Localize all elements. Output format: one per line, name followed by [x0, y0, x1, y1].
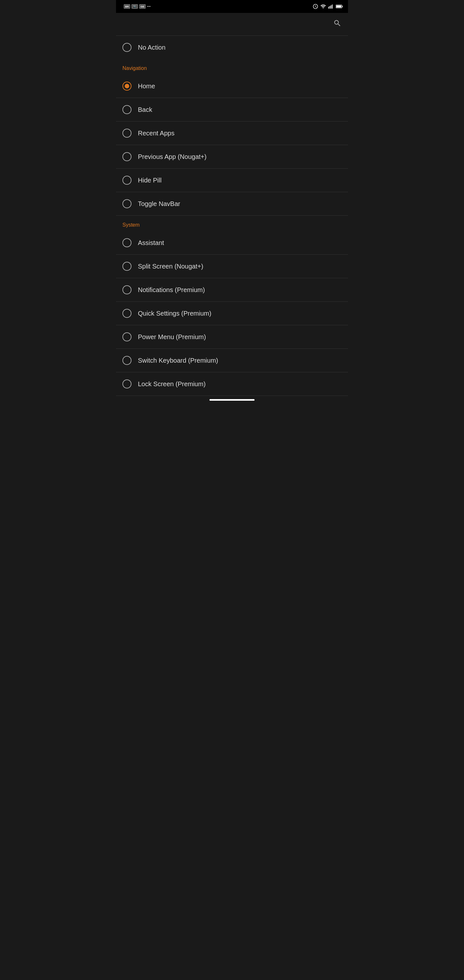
- radio-label-back: Back: [138, 106, 152, 113]
- radio-item-notifications[interactable]: Notifications (Premium): [116, 278, 348, 301]
- battery-icon: [336, 4, 343, 9]
- radio-circle-previous-app: [122, 152, 132, 161]
- radio-item-back[interactable]: Back: [116, 98, 348, 121]
- radio-item-assistant[interactable]: Assistant: [116, 231, 348, 255]
- radio-circle-home: [122, 81, 132, 91]
- radio-label-notifications: Notifications (Premium): [138, 286, 205, 294]
- radio-circle-hide-pill: [122, 176, 132, 185]
- notification-icons: BR 📷 GE ···: [124, 4, 151, 9]
- radio-circle-no-action: [122, 43, 132, 52]
- radio-circle-split-screen: [122, 262, 132, 271]
- radio-label-home: Home: [138, 83, 155, 90]
- radio-circle-notifications: [122, 285, 132, 294]
- radio-label-previous-app: Previous App (Nougat+): [138, 153, 207, 161]
- radio-item-toggle-navbar[interactable]: Toggle NavBar: [116, 192, 348, 215]
- svg-rect-3: [332, 5, 332, 9]
- svg-rect-6: [342, 6, 343, 7]
- wifi-icon: [320, 3, 326, 10]
- signal-icon: [328, 3, 334, 10]
- radio-item-quick-settings[interactable]: Quick Settings (Premium): [116, 302, 348, 325]
- radio-circle-lock-screen: [122, 379, 132, 388]
- radio-item-lock-screen[interactable]: Lock Screen (Premium): [116, 372, 348, 396]
- section-header-navigation: Navigation: [116, 59, 348, 75]
- radio-item-home[interactable]: Home: [116, 75, 348, 98]
- radio-item-hide-pill[interactable]: Hide Pill: [116, 169, 348, 192]
- radio-item-previous-app[interactable]: Previous App (Nougat+): [116, 145, 348, 168]
- radio-item-no-action[interactable]: No Action: [116, 36, 348, 59]
- radio-circle-recent-apps: [122, 129, 132, 138]
- radio-label-assistant: Assistant: [138, 239, 164, 247]
- radio-label-quick-settings: Quick Settings (Premium): [138, 310, 211, 317]
- radio-item-power-menu[interactable]: Power Menu (Premium): [116, 325, 348, 348]
- radio-label-power-menu: Power Menu (Premium): [138, 333, 206, 341]
- radio-circle-switch-keyboard: [122, 356, 132, 365]
- status-bar-left: BR 📷 GE ···: [121, 4, 151, 9]
- radio-circle-power-menu: [122, 332, 132, 341]
- more-icon: ···: [147, 4, 151, 9]
- home-bar: [210, 399, 254, 401]
- section-header-system: System: [116, 216, 348, 231]
- svg-rect-2: [331, 5, 331, 9]
- radio-circle-quick-settings: [122, 309, 132, 318]
- br-icon: BR: [124, 4, 130, 9]
- content-area: No ActionNavigationHomeBackRecent AppsPr…: [116, 35, 348, 396]
- toolbar: [116, 13, 348, 35]
- search-icon: [333, 19, 342, 27]
- radio-circle-back: [122, 105, 132, 114]
- radio-label-recent-apps: Recent Apps: [138, 130, 174, 137]
- alarm-icon: [313, 3, 318, 10]
- status-bar: BR 📷 GE ···: [116, 0, 348, 13]
- img-icon: 📷: [132, 4, 138, 9]
- radio-item-recent-apps[interactable]: Recent Apps: [116, 121, 348, 145]
- radio-label-switch-keyboard: Switch Keyboard (Premium): [138, 357, 218, 364]
- radio-label-toggle-navbar: Toggle NavBar: [138, 200, 180, 208]
- search-button[interactable]: [333, 19, 342, 30]
- radio-circle-toggle-navbar: [122, 199, 132, 208]
- svg-rect-1: [330, 6, 330, 9]
- radio-label-lock-screen: Lock Screen (Premium): [138, 380, 206, 388]
- status-bar-right: [313, 3, 343, 10]
- radio-item-split-screen[interactable]: Split Screen (Nougat+): [116, 255, 348, 278]
- radio-label-no-action: No Action: [138, 44, 165, 51]
- radio-circle-assistant: [122, 238, 132, 247]
- ge-icon: GE: [139, 4, 146, 9]
- radio-label-hide-pill: Hide Pill: [138, 177, 161, 184]
- radio-label-split-screen: Split Screen (Nougat+): [138, 263, 203, 270]
- svg-rect-0: [328, 7, 329, 9]
- svg-rect-5: [336, 5, 341, 7]
- radio-item-switch-keyboard[interactable]: Switch Keyboard (Premium): [116, 349, 348, 372]
